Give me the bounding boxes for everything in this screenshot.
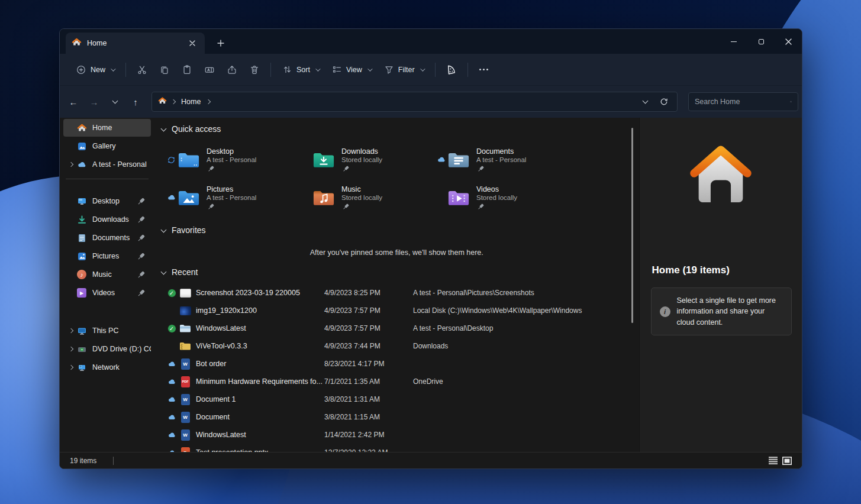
sidebar-item-dvd-drive[interactable]: DVD Drive (D:) CCC	[63, 340, 151, 358]
new-button[interactable]: New	[69, 60, 121, 80]
recent-locations-button[interactable]	[106, 93, 124, 111]
chevron-down-icon	[161, 125, 167, 131]
large-icons-view-toggle[interactable]	[782, 456, 792, 466]
quick-access-grid: Desktop A test - Personal Downloads	[166, 141, 571, 216]
sidebar-item-home[interactable]: Home	[63, 119, 151, 137]
up-button[interactable]: ↑	[127, 93, 144, 111]
share-icon	[227, 64, 237, 75]
tile-name: Music	[341, 185, 382, 193]
close-button[interactable]	[775, 29, 802, 54]
recent-file-row[interactable]: img19_1920x1200 4/9/2023 7:57 PM Local D…	[154, 302, 639, 319]
sidebar-item-onedrive[interactable]: A test - Personal	[63, 156, 151, 173]
recent-file-row[interactable]: ViVeTool-v0.3.3 4/9/2023 7:44 PM Downloa…	[154, 337, 639, 355]
rename-button[interactable]	[198, 60, 221, 80]
pictures-folder-icon	[178, 189, 200, 207]
recent-file-row[interactable]: PDF Minimum Hardware Requirements fo... …	[154, 373, 639, 390]
tile-name: Videos	[476, 185, 517, 193]
window-controls	[720, 29, 802, 54]
sidebar-item-network[interactable]: Network	[63, 358, 151, 376]
sidebar-item-videos[interactable]: ▶ Videos	[63, 284, 151, 302]
search-icon[interactable]	[790, 98, 792, 106]
recent-file-row[interactable]: W Bot order 8/23/2021 4:17 PM	[154, 355, 639, 373]
tile-subtitle: Stored locally	[476, 194, 517, 201]
breadcrumb[interactable]: Home	[151, 92, 678, 112]
pdf-doc-icon: PDF	[179, 376, 191, 387]
zip-folder-icon	[179, 340, 191, 352]
chevron-right-icon	[69, 365, 73, 370]
details-view-toggle[interactable]	[768, 456, 778, 466]
details-view-icon	[769, 457, 778, 464]
recent-file-row[interactable]: ✓ Screenshot 2023-03-19 220005 4/9/2023 …	[154, 284, 639, 302]
sidebar-item-music[interactable]: ♪ Music	[63, 266, 151, 283]
command-toolbar: New Sort	[60, 54, 802, 85]
share-button[interactable]	[221, 60, 243, 80]
tab-bar: Home	[60, 29, 802, 54]
pin-icon	[341, 202, 351, 211]
section-label: Quick access	[172, 124, 221, 134]
downloads-folder-icon	[312, 151, 335, 169]
gallery-icon	[76, 141, 87, 151]
filter-label: Filter	[398, 66, 415, 74]
sort-button[interactable]: Sort	[276, 60, 325, 80]
large-icons-view-icon	[782, 457, 792, 465]
recent-file-row[interactable]: W WindowsLatest 1/14/2021 2:42 PM	[154, 426, 639, 444]
sort-icon	[282, 64, 292, 75]
maximize-button[interactable]	[747, 29, 775, 54]
section-favorites[interactable]: Favorites	[154, 222, 639, 238]
quick-access-pictures[interactable]: Pictures A test - Personal	[166, 179, 301, 216]
see-more-button[interactable]	[473, 60, 495, 80]
sidebar-item-desktop[interactable]: Desktop	[63, 192, 151, 210]
copy-button[interactable]	[153, 60, 176, 80]
sidebar-item-documents[interactable]: Documents	[63, 229, 151, 247]
tab-home[interactable]: Home	[66, 33, 205, 54]
navigation-pane: Home Gallery A test - Personal	[60, 118, 154, 453]
back-button[interactable]: ←	[65, 93, 82, 111]
tile-name: Desktop	[207, 147, 256, 156]
vertical-scrollbar[interactable]	[631, 128, 633, 323]
sidebar-item-this-pc[interactable]: This PC	[63, 322, 151, 340]
music-folder-icon	[312, 189, 335, 207]
home-large-icon	[683, 139, 759, 212]
new-tab-button[interactable]	[212, 35, 229, 51]
chevron-down-icon	[112, 98, 118, 104]
chevron-right-icon	[206, 99, 211, 104]
cut-button[interactable]	[131, 60, 153, 80]
forward-button[interactable]: →	[85, 93, 103, 111]
videos-icon: ▶	[76, 287, 87, 298]
section-recent[interactable]: Recent	[154, 264, 639, 280]
search-input[interactable]	[695, 98, 790, 106]
view-button[interactable]: View	[325, 60, 378, 80]
toolbar-separator	[435, 63, 436, 77]
this-pc-icon	[76, 325, 87, 336]
quick-access-music[interactable]: Music Stored locally	[301, 179, 436, 216]
quick-access-videos[interactable]: Videos Stored locally	[436, 179, 571, 216]
delete-button[interactable]	[243, 60, 266, 80]
pizza-button[interactable]	[440, 60, 463, 80]
toolbar-separator	[467, 63, 468, 77]
section-quick-access[interactable]: Quick access	[154, 121, 639, 137]
quick-access-downloads[interactable]: Downloads Stored locally	[301, 141, 436, 178]
quick-access-documents[interactable]: Documents A test - Personal	[436, 141, 571, 178]
quick-access-desktop[interactable]: Desktop A test - Personal	[166, 141, 301, 178]
filter-button[interactable]: Filter	[378, 60, 430, 80]
music-icon: ♪	[76, 269, 87, 280]
address-dropdown-button[interactable]	[638, 95, 652, 109]
tile-subtitle: Stored locally	[341, 156, 382, 163]
refresh-button[interactable]	[657, 95, 671, 109]
tab-close-icon[interactable]	[186, 37, 199, 50]
tile-name: Documents	[476, 147, 526, 156]
paste-button[interactable]	[176, 60, 198, 80]
downloads-icon	[76, 214, 87, 225]
chevron-down-icon	[642, 98, 648, 104]
sidebar-item-gallery[interactable]: Gallery	[63, 137, 151, 155]
recent-file-row[interactable]: W Document 3/8/2021 1:15 AM	[154, 408, 639, 426]
sidebar-item-pictures[interactable]: Pictures	[63, 247, 151, 265]
minimize-button[interactable]	[720, 29, 747, 54]
details-info-text: Select a single file to get more informa…	[677, 295, 784, 327]
recent-file-row[interactable]: ✓ WindowsLatest 4/9/2023 7:57 PM A test …	[154, 319, 639, 337]
filter-icon	[384, 64, 394, 75]
breadcrumb-home[interactable]: Home	[180, 98, 202, 106]
tile-subtitle: A test - Personal	[207, 156, 256, 163]
recent-file-row[interactable]: W Document 1 3/8/2021 1:31 AM	[154, 390, 639, 408]
sidebar-item-downloads[interactable]: Downloads	[63, 211, 151, 228]
